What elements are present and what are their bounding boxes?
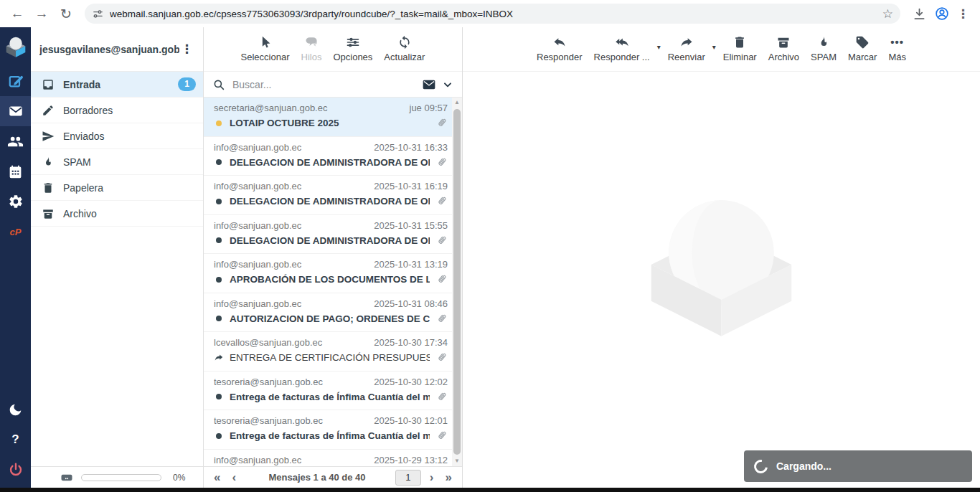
paperclip-icon [435, 313, 448, 325]
account-menu-icon[interactable]: ⋮ [179, 42, 194, 57]
list-scrollbar[interactable]: ▲ ▼ [452, 98, 462, 466]
scrollbar-thumb[interactable] [453, 109, 461, 455]
spam-button[interactable]: SPAM [805, 34, 842, 62]
prev-page-button[interactable]: ‹ [229, 471, 239, 483]
roundcube-logo-icon [4, 34, 27, 59]
message-subject: AUTORIZACION DE PAGO; ORDENES DE CO... [230, 313, 430, 324]
responder-button[interactable]: Responder [531, 34, 588, 62]
sliders-icon [346, 34, 360, 49]
flame-icon [42, 156, 55, 169]
folder-item-borradores[interactable]: Borradores [31, 98, 203, 123]
message-date: 2025-10-31 16:19 [374, 181, 448, 191]
message-status-icon[interactable] [214, 159, 224, 165]
scroll-up-icon[interactable]: ▲ [452, 98, 462, 108]
message-row[interactable]: info@sanjuan.gob.ec 2025-10-31 13:19 APR… [204, 254, 452, 293]
message-status-icon[interactable] [214, 120, 224, 126]
list-toolbar: Seleccionar Hilos Opciones Actualizar [204, 27, 462, 72]
message-row[interactable]: tesoreria@sanjuan.gob.ec 2025-10-30 12:0… [204, 372, 452, 411]
search-scope-envelope-icon[interactable] [422, 77, 436, 92]
message-row[interactable]: info@sanjuan.gob.ec 2025-10-31 16:19 DEL… [204, 176, 452, 215]
help-button[interactable]: ? [0, 425, 31, 455]
profile-icon[interactable] [934, 6, 950, 22]
url-text[interactable]: webmail.sanjuan.gob.ec/cpsess7753063093/… [110, 9, 877, 19]
actualizar-button[interactable]: Actualizar [378, 34, 430, 62]
unread-count-badge: 1 [178, 77, 196, 90]
message-date: 2025-10-30 12:02 [374, 377, 448, 387]
opciones-button[interactable]: Opciones [327, 34, 378, 62]
marcar-button[interactable]: Marcar [842, 34, 882, 62]
trash-icon [42, 181, 55, 194]
folder-item-enviados[interactable]: Enviados [31, 123, 203, 149]
browser-back-button[interactable]: ← [7, 4, 27, 24]
mail-nav-button[interactable] [0, 96, 31, 126]
message-row[interactable]: info@sanjuan.gob.ec 2025-10-29 13:12 [204, 450, 452, 467]
folder-item-entrada[interactable]: Entrada 1 [31, 72, 203, 98]
settings-nav-button[interactable] [0, 186, 31, 217]
flame-icon [816, 34, 831, 49]
responder-button[interactable]: Responder ... [588, 34, 656, 62]
message-sender: info@sanjuan.gob.ec [214, 298, 368, 309]
first-page-button[interactable]: « [211, 471, 223, 483]
pencil-icon [42, 104, 55, 117]
dropdown-caret-icon[interactable]: ▾ [656, 43, 662, 51]
page-number-input[interactable]: 1 [395, 470, 421, 486]
folder-item-papelera[interactable]: Papelera [31, 175, 203, 201]
compose-button[interactable] [0, 66, 31, 96]
chat-icon [304, 34, 319, 49]
search-options-chevron-icon[interactable] [442, 79, 453, 90]
archivo-button[interactable]: Archivo [763, 34, 805, 62]
scroll-down-icon[interactable]: ▼ [452, 456, 462, 466]
site-info-icon[interactable] [92, 8, 104, 20]
paperclip-icon [435, 235, 448, 247]
message-status-icon[interactable] [214, 433, 224, 439]
unread-dot-icon [216, 159, 222, 165]
calendar-nav-button[interactable] [0, 156, 31, 186]
browser-menu-icon[interactable]: ⋮ [957, 6, 970, 22]
message-status-icon[interactable] [214, 199, 224, 204]
eliminar-button[interactable]: Eliminar [717, 34, 763, 62]
pagination-bar: « ‹ Mensajes 1 a 40 de 40 1 › » [204, 466, 462, 488]
más-button[interactable]: ••• Más [882, 34, 912, 62]
browser-refresh-button[interactable]: ↻ [56, 4, 76, 24]
refresh-icon [397, 34, 412, 49]
search-input[interactable] [231, 78, 416, 91]
reenviar-button[interactable]: Reenviar [662, 34, 711, 62]
next-page-button[interactable]: › [427, 471, 437, 483]
message-row[interactable]: secretaria@sanjuan.gob.ec jue 09:57 LOTA… [204, 98, 452, 137]
contacts-nav-button[interactable] [0, 126, 31, 156]
search-bar [204, 72, 462, 98]
bookmark-star-icon[interactable]: ☆ [882, 6, 893, 22]
message-subject: ENTREGA DE CERTIFICACIÓN PRESUPUEST... [230, 352, 430, 363]
browser-forward-button[interactable]: → [32, 4, 52, 24]
hilos-button[interactable]: Hilos [296, 34, 328, 62]
unread-dot-icon [216, 199, 222, 204]
seleccionar-button[interactable]: Seleccionar [235, 34, 296, 62]
message-row[interactable]: info@sanjuan.gob.ec 2025-10-31 16:33 DEL… [204, 137, 452, 176]
cpanel-button[interactable]: cP [0, 217, 31, 247]
dark-mode-button[interactable] [0, 394, 31, 425]
message-row[interactable]: info@sanjuan.gob.ec 2025-10-31 08:46 AUT… [204, 293, 452, 333]
message-status-icon[interactable] [214, 237, 224, 243]
message-date: 2025-10-31 13:19 [374, 259, 448, 270]
message-list-pane: Seleccionar Hilos Opciones Actualizar se… [204, 27, 463, 488]
last-page-button[interactable]: » [443, 471, 455, 483]
message-status-icon[interactable] [214, 352, 224, 363]
logout-button[interactable] [0, 455, 31, 485]
mail-toolbar: Responder Responder ... ▾ Reenviar ▾ Eli… [463, 27, 980, 72]
tag-icon [855, 34, 870, 49]
message-status-icon[interactable] [214, 316, 224, 321]
message-row[interactable]: lcevallos@sanjuan.gob.ec 2025-10-30 17:3… [204, 332, 452, 372]
folder-item-spam[interactable]: SPAM [31, 149, 203, 175]
message-date: 2025-10-29 13:12 [374, 455, 448, 465]
address-bar[interactable]: webmail.sanjuan.gob.ec/cpsess7753063093/… [85, 4, 900, 24]
message-status-icon[interactable] [214, 394, 224, 399]
inbox-icon [42, 78, 55, 91]
download-icon[interactable] [912, 6, 927, 22]
folder-item-archivo[interactable]: Archivo [31, 201, 203, 227]
cursor-icon [258, 34, 273, 49]
message-status-icon[interactable] [214, 277, 224, 283]
message-row[interactable]: tesoreria@sanjuan.gob.ec 2025-10-30 12:0… [204, 410, 452, 450]
message-row[interactable]: info@sanjuan.gob.ec 2025-10-31 15:55 DEL… [204, 215, 452, 255]
quota-progress [81, 474, 161, 481]
dropdown-caret-icon[interactable]: ▾ [711, 43, 717, 51]
